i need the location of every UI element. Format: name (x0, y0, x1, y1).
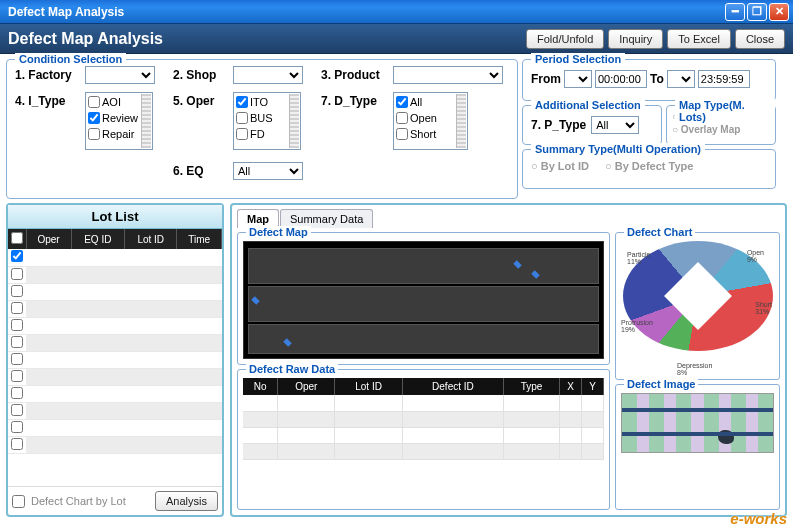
from-label: From (531, 72, 561, 86)
oper-label: 5. Oper (173, 94, 214, 108)
radio-icon: ○ (605, 160, 612, 172)
condition-legend: Condition Selection (15, 53, 126, 65)
dtype-all-checkbox[interactable] (396, 96, 408, 108)
radio-icon: ○ (531, 160, 538, 172)
oper-bus-label: BUS (250, 112, 273, 124)
lotlist-row-checkbox[interactable] (11, 302, 23, 314)
itype-list[interactable]: AOI Review Repair (85, 92, 153, 150)
oper-list[interactable]: ITO BUS FD (233, 92, 301, 150)
window-close-button[interactable]: ✕ (769, 3, 789, 21)
to-date-select[interactable] (667, 70, 695, 88)
overlay-map-option[interactable]: Overlay Map (681, 124, 740, 135)
lotlist-row-checkbox[interactable] (11, 319, 23, 331)
by-defecttype-option[interactable]: By Defect Type (615, 160, 694, 172)
raw-col-defectid: Defect ID (402, 378, 503, 395)
to-excel-button[interactable]: To Excel (667, 29, 731, 49)
lotlist-row-checkbox[interactable] (11, 387, 23, 399)
factory-select[interactable] (85, 66, 155, 84)
itype-repair-label: Repair (102, 128, 134, 140)
lotlist-row-checkbox[interactable] (11, 421, 23, 433)
oper-fd-checkbox[interactable] (236, 128, 248, 140)
dtype-scroll-grip[interactable] (456, 94, 466, 148)
period-selection-panel: Period Selection From To (522, 59, 776, 101)
additional-selection-panel: Additional Selection 7. P_Type All (522, 105, 662, 145)
dtype-list[interactable]: All Open Short (393, 92, 468, 150)
fold-unfold-button[interactable]: Fold/Unfold (526, 29, 604, 49)
defect-map-view[interactable] (243, 241, 604, 359)
maptype-legend: Map Type(M. Lots) (675, 99, 775, 123)
window-titlebar: Defect Map Analysis ━ ❐ ✕ (0, 0, 793, 24)
window-title: Defect Map Analysis (8, 5, 725, 19)
product-select[interactable] (393, 66, 503, 84)
itype-label: 4. I_Type (15, 94, 65, 108)
lot-list-title: Lot List (8, 205, 222, 229)
lotlist-row-checkbox[interactable] (11, 353, 23, 365)
raw-col-lotid: Lot ID (335, 378, 402, 395)
lotlist-row-checkbox[interactable] (11, 336, 23, 348)
raw-col-y: Y (582, 378, 604, 395)
lotlist-col-lotid: Lot ID (125, 229, 177, 249)
itype-aoi-checkbox[interactable] (88, 96, 100, 108)
to-label: To (650, 72, 664, 86)
period-legend: Period Selection (531, 53, 625, 65)
close-button[interactable]: Close (735, 29, 785, 49)
raw-col-type: Type (504, 378, 560, 395)
defect-image-panel: Defect Image (615, 384, 780, 510)
window-maximize-button[interactable]: ❐ (747, 3, 767, 21)
defect-pie-chart: Particle11% Open9% Short31% Depression8%… (621, 241, 774, 374)
defect-raw-data-panel: Defect Raw Data No Oper Lot ID Defect ID… (237, 369, 610, 510)
itype-scroll-grip[interactable] (141, 94, 151, 148)
defect-chart-by-lot-checkbox[interactable] (12, 495, 25, 508)
analysis-button[interactable]: Analysis (155, 491, 218, 511)
oper-ito-label: ITO (250, 96, 268, 108)
defect-image-view[interactable] (621, 393, 774, 453)
dtype-short-checkbox[interactable] (396, 128, 408, 140)
defect-raw-legend: Defect Raw Data (246, 363, 338, 375)
raw-col-oper: Oper (278, 378, 335, 395)
dtype-label: 7. D_Type (321, 94, 377, 108)
lotlist-row-checkbox[interactable] (11, 404, 23, 416)
window-minimize-button[interactable]: ━ (725, 3, 745, 21)
shop-select[interactable] (233, 66, 303, 84)
defect-chart-legend: Defect Chart (624, 226, 695, 238)
itype-repair-checkbox[interactable] (88, 128, 100, 140)
ptype-label: 7. P_Type (531, 118, 586, 132)
lotlist-col-time: Time (177, 229, 222, 249)
summary-type-panel: Summary Type(Multi Operation) ○ By Lot I… (522, 149, 776, 189)
from-date-select[interactable] (564, 70, 592, 88)
to-time-input[interactable] (698, 70, 750, 88)
lotlist-col-eqid: EQ ID (71, 229, 124, 249)
lot-list-table[interactable]: Oper EQ ID Lot ID Time (8, 229, 222, 454)
lotlist-row-checkbox[interactable] (11, 370, 23, 382)
inquiry-button[interactable]: Inquiry (608, 29, 663, 49)
itype-aoi-label: AOI (102, 96, 121, 108)
by-lotid-option[interactable]: By Lot ID (541, 160, 589, 172)
lotlist-select-all-checkbox[interactable] (11, 232, 23, 244)
eq-select[interactable]: All (233, 162, 303, 180)
lotlist-row-checkbox[interactable] (11, 268, 23, 280)
itype-review-checkbox[interactable] (88, 112, 100, 124)
eq-label: 6. EQ (173, 164, 204, 178)
lot-list-panel: Lot List Oper EQ ID Lot ID Time (6, 203, 224, 517)
ptype-select[interactable]: All (591, 116, 639, 134)
map-type-panel: Map Type(M. Lots) ○ Gallery Map ○ Overla… (666, 105, 776, 145)
oper-scroll-grip[interactable] (289, 94, 299, 148)
from-time-input[interactable] (595, 70, 647, 88)
additional-legend: Additional Selection (531, 99, 645, 111)
oper-bus-checkbox[interactable] (236, 112, 248, 124)
page-title: Defect Map Analysis (8, 30, 522, 48)
dtype-all-label: All (410, 96, 422, 108)
factory-label: 1. Factory (15, 68, 72, 82)
oper-ito-checkbox[interactable] (236, 96, 248, 108)
lotlist-row-checkbox[interactable] (11, 250, 23, 262)
dtype-short-label: Short (410, 128, 436, 140)
defect-chart-panel: Defect Chart Particle11% Open9% Short31%… (615, 232, 780, 380)
itype-review-label: Review (102, 112, 138, 124)
defect-raw-table[interactable]: No Oper Lot ID Defect ID Type X Y (243, 378, 604, 460)
lotlist-row-checkbox[interactable] (11, 285, 23, 297)
summary-legend: Summary Type(Multi Operation) (531, 143, 705, 155)
lotlist-row-checkbox[interactable] (11, 438, 23, 450)
lotlist-col-oper: Oper (26, 229, 71, 249)
dtype-open-checkbox[interactable] (396, 112, 408, 124)
defect-chart-by-lot-label: Defect Chart by Lot (31, 495, 126, 507)
